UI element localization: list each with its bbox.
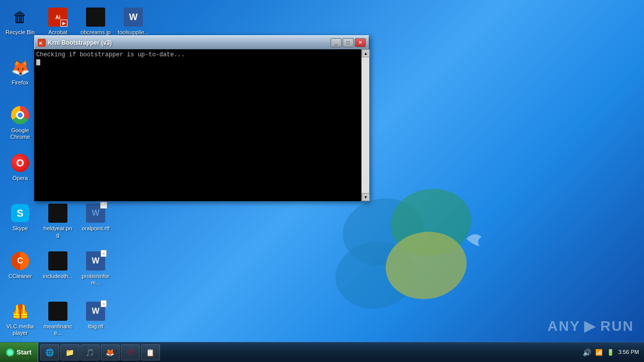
taskbar-clock[interactable]: 3:56 PM xyxy=(618,348,639,356)
svg-text:K: K xyxy=(39,41,43,46)
ccleaner-icon: C xyxy=(10,251,30,271)
proteininform-label: proteininform... xyxy=(80,273,111,286)
taskbar-item-media[interactable]: 🎵 xyxy=(80,344,100,360)
oralpoint-icon: W 📄 xyxy=(86,203,106,223)
desktop-icon-opera[interactable]: O Opera xyxy=(3,151,38,184)
desktop-icon-skype[interactable]: S Skype xyxy=(3,201,38,234)
unknown-tb-icon: 📋 xyxy=(145,347,155,357)
desktop-icon-includeoth[interactable]: includeoth... xyxy=(40,249,75,282)
tray-network-icon[interactable]: 📶 xyxy=(595,349,603,356)
taskbar-item-ie[interactable]: 🌐 xyxy=(40,344,59,360)
console-body: Checking if bootstrapper is up-to-date..… xyxy=(34,49,361,201)
console-output-line: Checking if bootstrapper is up-to-date..… xyxy=(36,51,359,58)
desktop-icon-oralpoint[interactable]: W 📄 oralpoint.rtf xyxy=(78,201,113,234)
tray-volume-icon[interactable]: 🔊 xyxy=(583,348,591,356)
close-button[interactable]: ✕ xyxy=(355,38,366,47)
skype-icon: S xyxy=(10,203,30,223)
desktop-icon-proteininform[interactable]: W ≡ proteininform... xyxy=(78,249,113,288)
desktop-icon-acrobat[interactable]: Ai ▶ Acrobat xyxy=(40,5,75,38)
obcreams-icon xyxy=(86,7,106,27)
opera-label: Opera xyxy=(13,175,28,182)
taskbar-items: 🌐 📁 🎵 🦊 🛡 📋 xyxy=(38,342,578,362)
tray-battery-icon: 🔋 xyxy=(607,349,614,356)
taskbar-item-unknown[interactable]: 📋 xyxy=(141,344,160,360)
vlc-label: VLC media player xyxy=(5,323,36,336)
start-orb-icon xyxy=(6,348,14,356)
start-button[interactable]: Start xyxy=(0,342,38,362)
desktop-icon-heldyear[interactable]: heldyear.png xyxy=(40,201,75,240)
includeoth-label: includeoth... xyxy=(43,273,72,280)
desktop-icon-ccleaner[interactable]: C CCleaner xyxy=(3,249,38,282)
meanfinance-icon xyxy=(48,301,68,321)
anyrun-watermark: ANY ▶ RUN xyxy=(547,318,634,334)
desktop-icon-vlc[interactable]: 🦺 VLC media player xyxy=(3,299,38,338)
desktop-icon-tbig[interactable]: W ≡ tbig.rtf xyxy=(78,299,113,332)
console-cursor-line xyxy=(36,59,359,67)
tbig-label: tbig.rtf xyxy=(88,323,104,330)
start-label: Start xyxy=(17,348,32,356)
anyrun-text: ANY xyxy=(547,318,580,334)
taskbar-tray: 🔊 📶 🔋 3:56 PM xyxy=(578,348,644,356)
console-window[interactable]: K Krnl Bootstrapper (v3) _ □ ✕ Checking … xyxy=(34,35,369,201)
heldyear-label: heldyear.png xyxy=(42,225,73,238)
tbig-icon: W ≡ xyxy=(86,301,106,321)
firefox-tb-icon: 🦊 xyxy=(105,347,115,357)
proteininform-icon: W ≡ xyxy=(86,251,106,271)
anyrun-run: RUN xyxy=(600,318,634,334)
includeoth-icon xyxy=(48,251,68,271)
heldyear-icon xyxy=(48,203,68,223)
minimize-button[interactable]: _ xyxy=(331,38,342,47)
avast-icon: 🛡 xyxy=(125,347,135,357)
taskbar-item-firefox-tb[interactable]: 🦊 xyxy=(101,344,120,360)
clock-time: 3:56 PM xyxy=(618,348,639,356)
firefox-label: Firefox xyxy=(12,79,29,86)
taskbar-item-explorer[interactable]: 📁 xyxy=(60,344,79,360)
scroll-track xyxy=(362,57,369,193)
window-controls: _ □ ✕ xyxy=(331,38,366,47)
firefox-icon: 🦊 xyxy=(10,57,30,77)
oralpoint-label: oralpoint.rtf xyxy=(82,225,109,232)
window-title-text: Krnl Bootstrapper (v3) xyxy=(48,39,329,46)
desktop-icon-meanfinance[interactable]: meanfinance... xyxy=(40,299,75,338)
anyrun-play: ▶ xyxy=(584,318,596,334)
scroll-up-arrow[interactable]: ▲ xyxy=(362,49,370,57)
scroll-down-arrow[interactable]: ▼ xyxy=(362,193,370,201)
meanfinance-label: meanfinance... xyxy=(42,323,73,336)
ccleaner-label: CCleaner xyxy=(9,273,32,280)
desktop: ANY ▶ RUN 🗑 Recycle Bin Ai ▶ Acrobat obc… xyxy=(0,0,644,362)
acrobat-icon: Ai ▶ xyxy=(48,7,68,27)
opera-icon: O xyxy=(10,153,30,173)
toolsupplie-icon: W xyxy=(123,7,143,27)
chrome-label: Google Chrome xyxy=(5,127,36,140)
taskbar: Start 🌐 📁 🎵 🦊 🛡 📋 🔊 📶 xyxy=(0,342,644,362)
maximize-button[interactable]: □ xyxy=(343,38,354,47)
explorer-icon: 📁 xyxy=(65,347,75,357)
media-icon: 🎵 xyxy=(85,347,95,357)
recycle-bin-icon: 🗑 xyxy=(10,7,30,27)
vlc-icon: 🦺 xyxy=(10,301,30,321)
desktop-icon-firefox[interactable]: 🦊 Firefox xyxy=(3,55,38,88)
desktop-icon-toolsupplie[interactable]: W toolsupplie... xyxy=(116,5,151,38)
desktop-icon-google-chrome[interactable]: Google Chrome xyxy=(3,103,38,142)
window-title-icon: K xyxy=(38,39,46,47)
recycle-bin-label: Recycle Bin xyxy=(6,29,35,36)
window-titlebar[interactable]: K Krnl Bootstrapper (v3) _ □ ✕ xyxy=(34,35,369,49)
taskbar-item-avast[interactable]: 🛡 xyxy=(121,344,140,360)
desktop-icon-recycle-bin[interactable]: 🗑 Recycle Bin xyxy=(3,5,38,38)
ie-icon: 🌐 xyxy=(45,347,55,357)
console-scrollbar[interactable]: ▲ ▼ xyxy=(361,49,369,201)
skype-label: Skype xyxy=(13,225,28,232)
chrome-icon xyxy=(10,105,30,125)
